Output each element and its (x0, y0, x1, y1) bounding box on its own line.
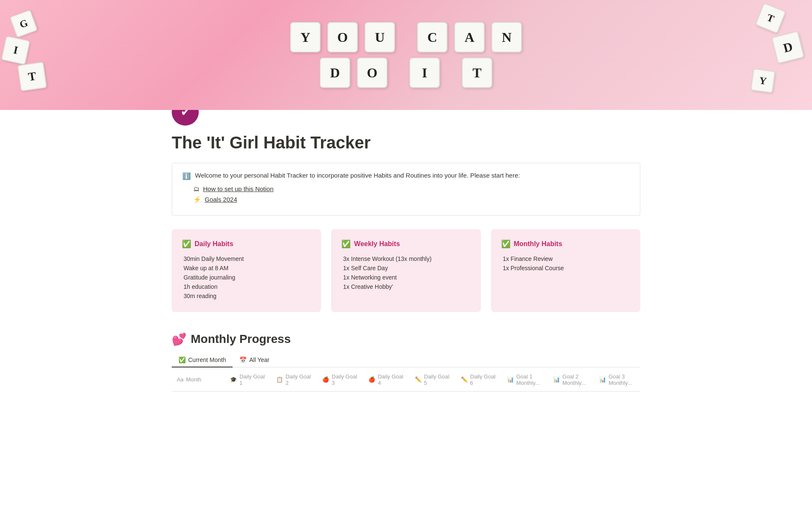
th-goal3: 🍎 Daily Goal 3 (317, 372, 363, 388)
scattered-tile: I (1, 36, 30, 65)
th-monthly3-icon: 📊 (599, 376, 606, 383)
hero-banner: G I T T D Y Y O U C A N D O I T (0, 0, 812, 110)
folder-icon: 🗂 (193, 185, 200, 192)
habit-item: 1x Creative Hobby' (341, 283, 470, 290)
th-month-label: Month (186, 376, 201, 383)
scattered-tile: D (771, 31, 804, 64)
th-goal1-icon: 🎓 (230, 376, 237, 383)
th-goal6-label: Daily Goal 6 (470, 373, 497, 386)
th-goal2-icon: 📋 (276, 376, 283, 383)
th-goal3-label: Daily Goal 3 (332, 373, 358, 386)
tile-i: I (409, 58, 440, 88)
th-goal1: 🎓 Daily Goal 1 (225, 372, 271, 388)
habit-item: 30min Daily Movement (182, 255, 311, 262)
tab-all-year[interactable]: 📅 All Year (233, 353, 276, 367)
tile-a: A (454, 22, 485, 52)
scattered-tile: G (10, 10, 38, 38)
heart-emoji: 💕 (172, 332, 187, 346)
th-monthly3: 📊 Goal 3 Monthly... (594, 372, 640, 388)
th-goal6: ✏️ Daily Goal 6 (456, 372, 502, 388)
info-text: Welcome to your personal Habit Tracker t… (195, 172, 520, 179)
habit-item: Gratitude journaling (182, 274, 311, 281)
th-monthly1-label: Goal 1 Monthly... (516, 373, 543, 386)
th-monthly1-icon: 📊 (507, 376, 514, 383)
tile-row-2: D O I T (320, 58, 492, 88)
habit-item: 1h education (182, 283, 311, 290)
tabs-row: ✅ Current Month 📅 All Year (172, 353, 640, 367)
habit-item: 1x Finance Review (501, 255, 630, 262)
daily-habits-icon: ✅ (182, 239, 191, 249)
monthly-habits-card: ✅ Monthly Habits 1x Finance Review 1x Pr… (491, 229, 640, 312)
habit-item: 1x Networking event (341, 274, 470, 281)
monthly-progress-label: Monthly Progress (191, 332, 291, 346)
th-monthly2-icon: 📊 (553, 376, 560, 383)
habit-item: Wake up at 8 AM (182, 265, 311, 271)
scattered-tile: Y (751, 69, 776, 93)
monthly-habits-label: Monthly Habits (514, 240, 562, 248)
tile-space2 (394, 58, 403, 88)
tab-all-year-icon: 📅 (239, 356, 247, 363)
info-link-row-1[interactable]: 🗂 How to set up this Notion (193, 185, 630, 192)
weekly-habits-icon: ✅ (341, 239, 351, 249)
habits-grid: ✅ Daily Habits 30min Daily Movement Wake… (172, 229, 640, 312)
daily-habits-card: ✅ Daily Habits 30min Daily Movement Wake… (172, 229, 321, 312)
th-goal5-icon: ✏️ (415, 376, 422, 383)
tile-y: Y (290, 22, 321, 52)
info-link-notion[interactable]: How to set up this Notion (203, 185, 274, 192)
daily-habits-title: ✅ Daily Habits (182, 239, 311, 249)
tab-current-month[interactable]: ✅ Current Month (172, 353, 233, 367)
th-goal3-icon: 🍎 (322, 376, 329, 383)
th-goal4: 🍎 Daily Goal 4 (363, 372, 409, 388)
weekly-habits-title: ✅ Weekly Habits (341, 239, 470, 249)
monthly-progress-title: 💕 Monthly Progress (172, 332, 640, 346)
th-goal1-label: Daily Goal 1 (239, 373, 266, 386)
th-month: Aa Month (172, 375, 225, 384)
tile-space3 (447, 58, 455, 88)
monthly-habits-icon: ✅ (501, 239, 510, 249)
tile-space (402, 22, 410, 52)
info-box: ℹ️ Welcome to your personal Habit Tracke… (172, 163, 640, 216)
tile-t: T (462, 58, 492, 88)
th-monthly3-label: Goal 3 Monthly... (609, 373, 635, 386)
th-monthly2-label: Goal 2 Monthly... (562, 373, 589, 386)
monthly-habits-title: ✅ Monthly Habits (501, 239, 630, 249)
hero-tiles: Y O U C A N D O I T (290, 22, 522, 88)
info-link-goals[interactable]: Goals 2024 (205, 196, 237, 203)
info-row: ℹ️ Welcome to your personal Habit Tracke… (182, 172, 630, 180)
th-goal6-icon: ✏️ (461, 376, 468, 383)
page-content: ✔ The 'It' Girl Habit Tracker ℹ️ Welcome… (131, 110, 681, 392)
th-monthly1: 📊 Goal 1 Monthly... (502, 372, 548, 388)
th-goal2-label: Daily Goal 2 (285, 373, 312, 386)
weekly-habits-card: ✅ Weekly Habits 3x Intense Workout (13x … (331, 229, 480, 312)
scattered-tile: T (17, 62, 47, 91)
th-goal5-label: Daily Goal 5 (424, 373, 451, 386)
daily-habits-label: Daily Habits (195, 240, 233, 248)
habit-item: 1x Self Care Day (341, 265, 470, 271)
th-goal4-icon: 🍎 (368, 376, 375, 383)
tile-n: N (491, 22, 522, 52)
habit-item: 3x Intense Workout (13x monthly) (341, 255, 470, 262)
tile-d: D (320, 58, 350, 88)
th-goal5: ✏️ Daily Goal 5 (410, 372, 456, 388)
info-icon: ℹ️ (182, 172, 191, 180)
tile-u: U (365, 22, 395, 52)
tile-o2: O (357, 58, 387, 88)
lightning-icon: ⚡ (193, 196, 201, 203)
weekly-habits-label: Weekly Habits (354, 240, 400, 248)
tile-o: O (327, 22, 358, 52)
tile-row-1: Y O U C A N (290, 22, 522, 52)
tab-current-month-label: Current Month (188, 356, 226, 363)
th-month-icon: Aa (177, 376, 184, 383)
page-title: The 'It' Girl Habit Tracker (172, 132, 640, 153)
th-goal4-label: Daily Goal 4 (378, 373, 404, 386)
th-goal2: 📋 Daily Goal 2 (271, 372, 317, 388)
tab-all-year-label: All Year (249, 356, 269, 363)
tile-c: C (417, 22, 447, 52)
scattered-tile: T (755, 3, 786, 34)
th-monthly2: 📊 Goal 2 Monthly... (548, 372, 594, 388)
table-header: Aa Month 🎓 Daily Goal 1 📋 Daily Goal 2 🍎… (172, 368, 640, 392)
info-link-row-2[interactable]: ⚡ Goals 2024 (193, 196, 630, 203)
tab-current-month-icon: ✅ (178, 356, 186, 363)
habit-item: 1x Professional Course (501, 265, 630, 271)
habit-item: 30m reading (182, 293, 311, 299)
